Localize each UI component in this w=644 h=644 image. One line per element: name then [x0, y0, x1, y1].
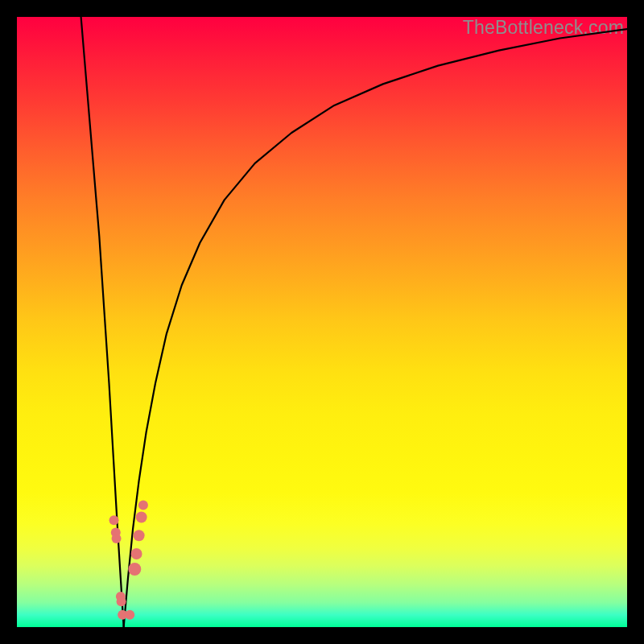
curve-layer [17, 17, 627, 627]
data-markers [109, 500, 148, 619]
data-point [128, 563, 141, 576]
bottleneck-curve [81, 17, 627, 627]
data-point [117, 597, 126, 606]
chart-frame: TheBottleneck.com [0, 0, 644, 644]
plot-area: TheBottleneck.com [17, 17, 627, 627]
data-point [109, 515, 119, 525]
data-point [134, 530, 145, 541]
data-point [131, 548, 142, 559]
data-point [112, 534, 122, 543]
data-point [125, 610, 134, 620]
data-point [138, 500, 148, 510]
data-point [136, 512, 147, 523]
